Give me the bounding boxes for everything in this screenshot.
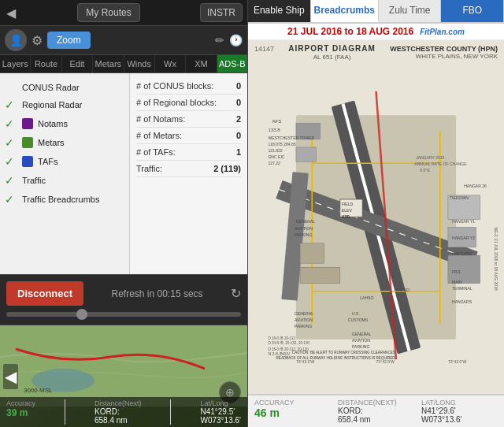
second-bar: 👤 ⚙ Zoom ✏ 🕐 (0, 26, 247, 55)
svg-text:D 34-8 /B, 20-132, 20-130: D 34-8 /B, 20-132, 20-130 (268, 341, 309, 345)
stat-value: 2 (236, 114, 241, 124)
right-latlong-col: Lat/Long N41°29.6' W073°13.6' (421, 399, 498, 424)
tab-breadcrumbs[interactable]: Breadcrumbs (311, 0, 379, 22)
tab-zulu-time[interactable]: Zulu Time (379, 0, 442, 22)
svg-text:NE-2, 21 JUL 2016 to 18 AUG 20: NE-2, 21 JUL 2016 to 18 AUG 2016 (494, 228, 498, 291)
svg-text:430: 430 (342, 214, 350, 219)
slider-thumb[interactable] (76, 309, 87, 320)
control-row: Disconnect Refresh in 00:15 secs ↻ (6, 281, 241, 306)
svg-text:TIEDOWN: TIEDOWN (450, 195, 469, 200)
map-bottom-row: Accuracy 39 m Distance(Next) KORD: 658.4… (0, 397, 247, 427)
slider-container[interactable] (6, 310, 241, 321)
svg-text:HANGARS: HANGARS (452, 299, 472, 304)
left-panel: ◀ My Routes INSTR 👤 ⚙ Zoom ✏ 🕐 Layers Ro… (0, 0, 248, 427)
stat-value: 2 (119) (213, 164, 241, 173)
airport-diagram: 14147 AIRPORT DIAGRAM AL 651 (FAA) WESTC… (248, 40, 504, 394)
tab-winds[interactable]: Winds (124, 55, 155, 72)
svg-text:LAHSO: LAHSO (360, 295, 373, 300)
svg-text:LAHSO: LAHSO (396, 288, 410, 292)
list-item[interactable]: ✓ TAFs (3, 152, 126, 171)
checkbox-traffic: ✓ (5, 174, 17, 187)
item-label: Traffic Breadcrumbs (22, 195, 99, 204)
clock-button[interactable]: 🕐 (229, 34, 243, 46)
refresh-text: Refresh in 00:15 secs (90, 288, 224, 299)
svg-text:73°42.0'W: 73°42.0'W (448, 359, 466, 364)
list-item[interactable]: CONUS Radar (3, 80, 126, 95)
item-label: Metars (38, 138, 65, 147)
svg-text:TERMINAL: TERMINAL (452, 286, 472, 291)
svg-text:3000 MSL: 3000 MSL (24, 387, 53, 394)
tab-adsb[interactable]: ADS-B (217, 55, 247, 72)
tab-enable-ship[interactable]: Enable Ship (248, 0, 311, 22)
date-banner: 21 JUL 2016 to 18 AUG 2016 FitPlan.com (248, 24, 504, 40)
tab-route[interactable]: Route (31, 55, 61, 72)
svg-text:PARKING: PARKING (295, 324, 312, 329)
accuracy-col: Accuracy 39 m (6, 399, 35, 425)
item-label: Traffic (22, 176, 46, 185)
svg-text:GENERAL: GENERAL (295, 311, 313, 316)
item-label: TAFs (38, 157, 57, 166)
tab-xm[interactable]: XM (186, 55, 217, 72)
svg-rect-20 (296, 147, 316, 162)
tab-layers[interactable]: Layers (0, 55, 31, 72)
list-item[interactable]: ✓ Notams (3, 114, 126, 133)
latlong-line1: N41°29.5' (200, 407, 241, 416)
list-item[interactable]: ✓ Regional Radar (3, 95, 126, 114)
right-accuracy-col: Accuracy 46 m (254, 399, 331, 419)
stat-label: Traffic: (136, 164, 162, 173)
svg-text:HANGARS: HANGARS (452, 251, 472, 256)
right-distance-line2: 658.4 nm (338, 415, 414, 424)
stat-value: 0 (236, 131, 241, 140)
checkbox-tafs: ✓ (5, 155, 17, 168)
stat-label: # of Regional blocks: (136, 98, 217, 107)
distance-label: Distance(Next) (94, 399, 142, 407)
item-label: CONUS Radar (22, 83, 80, 92)
tab-edit[interactable]: Edit (62, 55, 93, 72)
svg-text:FBO: FBO (452, 269, 460, 274)
tab-metars[interactable]: Metars (93, 55, 124, 72)
svg-text:0.0°E: 0.0°E (420, 168, 430, 173)
zoom-button[interactable]: Zoom (47, 32, 91, 49)
disconnect-button[interactable]: Disconnect (6, 281, 83, 306)
list-item[interactable]: ✓ Traffic Breadcrumbs (3, 190, 126, 209)
nav-left-arrow[interactable]: ◀ (3, 364, 18, 389)
bottom-controls: Disconnect Refresh in 00:15 secs ↻ (0, 274, 247, 325)
right-distance-col: Distance(Next) KORD: 658.4 nm (338, 399, 414, 424)
stat-row: # of CONUS blocks: 0 (136, 78, 241, 95)
tab-fbo[interactable]: FBO (441, 0, 504, 22)
svg-text:D 16-0 /B 20-112: D 16-0 /B 20-112 (268, 336, 295, 340)
svg-text:ELEV: ELEV (342, 208, 353, 213)
svg-rect-24 (300, 243, 324, 263)
right-accuracy-label: Accuracy (254, 399, 331, 407)
notams-color-box (22, 118, 33, 129)
right-distance-label: Distance(Next) (338, 399, 414, 407)
instr-button[interactable]: INSTR (200, 3, 243, 22)
gear-button[interactable]: ⚙ (32, 33, 43, 48)
item-label: Regional Radar (22, 100, 82, 110)
stat-row: # of Regional blocks: 0 (136, 95, 241, 111)
back-button[interactable]: ◀ (5, 4, 17, 22)
accuracy-value: 39 m (6, 407, 35, 418)
refresh-icon[interactable]: ↻ (231, 286, 241, 301)
svg-text:CUSTOMS: CUSTOMS (348, 317, 369, 322)
tab-wx[interactable]: Wx (155, 55, 186, 72)
list-item[interactable]: ✓ Traffic (3, 171, 126, 190)
latlong-line2: W073°13.6' (200, 416, 241, 425)
svg-text:133.8: 133.8 (268, 127, 280, 132)
svg-text:MAIN: MAIN (452, 280, 462, 284)
pen-button[interactable]: ✏ (215, 34, 224, 46)
divider1 (65, 399, 65, 425)
right-latlong-line2: W073°13.6' (421, 415, 498, 424)
slider[interactable] (6, 312, 241, 317)
top-bar-center: My Routes (77, 3, 139, 22)
svg-text:FIELD: FIELD (342, 202, 354, 206)
list-item[interactable]: ✓ Metars (3, 133, 126, 152)
svg-text:HANGAR Y2: HANGAR Y2 (452, 236, 475, 240)
svg-text:GNC EIC: GNC EIC (268, 154, 284, 159)
svg-text:AVIATION: AVIATION (352, 338, 370, 343)
right-distance-line1: KORD: (338, 407, 414, 415)
svg-text:U.S.: U.S. (352, 311, 360, 316)
accuracy-label: Accuracy (6, 399, 35, 407)
checklist-area: CONUS Radar ✓ Regional Radar ✓ Notams ✓ … (0, 73, 247, 274)
my-routes-button[interactable]: My Routes (77, 3, 139, 22)
